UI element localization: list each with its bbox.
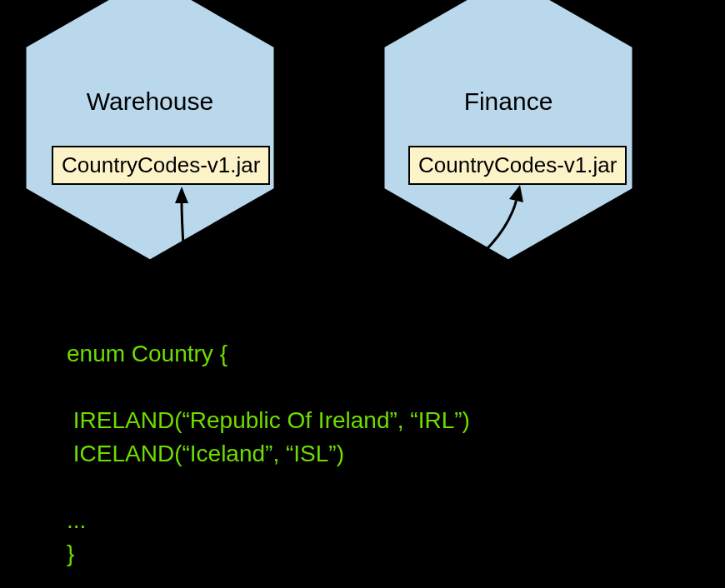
code-line-3: ICELAND(“Iceland”, “ISL”) <box>67 437 344 471</box>
code-line-4: ... <box>67 504 86 538</box>
jar-finance: CountryCodes-v1.jar <box>408 146 627 185</box>
hexagon-warehouse <box>25 0 275 261</box>
code-line-5: } <box>67 537 74 571</box>
code-line-1: enum Country { <box>67 337 228 371</box>
hexagon-finance-label: Finance <box>383 87 633 116</box>
code-line-2: IRELAND(“Republic Of Ireland”, “IRL”) <box>67 404 470 438</box>
jar-warehouse: CountryCodes-v1.jar <box>52 146 270 185</box>
hexagon-warehouse-label: Warehouse <box>25 87 275 116</box>
diagram-canvas: Warehouse Finance CountryCodes-v1.jar Co… <box>0 0 725 588</box>
